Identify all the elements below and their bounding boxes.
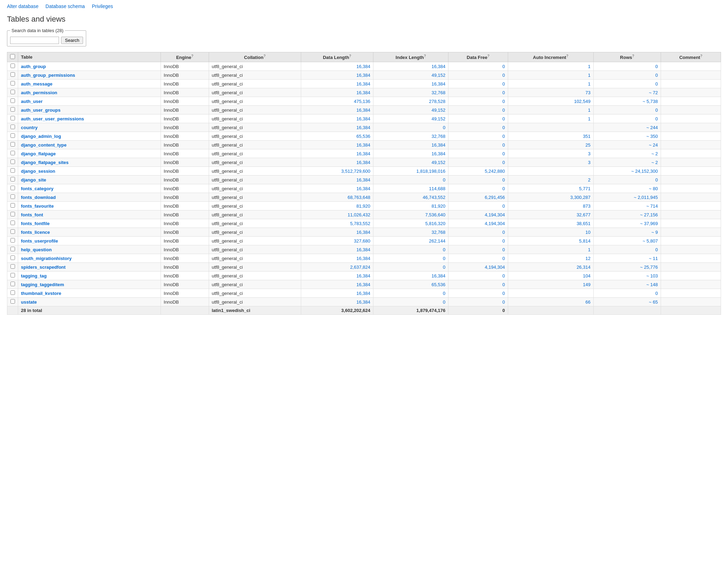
row-checkbox[interactable] [10, 64, 15, 68]
table-name-link[interactable]: spiders_scrapedfont [21, 265, 66, 270]
row-checkbox[interactable] [10, 186, 15, 190]
row-data-length: 2,637,824 [301, 263, 373, 272]
database-schema-link[interactable]: Database schema [45, 3, 85, 9]
row-data-free: 0 [448, 184, 508, 193]
table-name-link[interactable]: django_content_type [21, 142, 67, 148]
row-rows: ~ 27,156 [593, 210, 661, 219]
row-checkbox[interactable] [10, 203, 15, 208]
row-checkbox-cell [7, 298, 18, 306]
footer-auto-increment [508, 306, 593, 315]
table-name-link[interactable]: auth_user_groups [21, 107, 60, 113]
table-name-link[interactable]: country [21, 125, 38, 130]
row-checkbox[interactable] [10, 255, 15, 260]
row-comment [661, 88, 721, 97]
row-checkbox[interactable] [10, 81, 15, 86]
row-data-free: 0 [448, 202, 508, 210]
table-name-link[interactable]: auth_group_permissions [21, 73, 75, 78]
row-index-length: 0 [373, 298, 448, 306]
row-index-length: 5,816,320 [373, 219, 448, 228]
row-rows: ~ 65 [593, 298, 661, 306]
table-name-link[interactable]: thumbnail_kvstore [21, 291, 61, 296]
row-table-name: django_content_type [18, 141, 161, 149]
table-name-link[interactable]: django_admin_log [21, 134, 61, 139]
row-comment [661, 202, 721, 210]
table-name-link[interactable]: auth_user [21, 99, 43, 104]
row-index-length: 49,152 [373, 106, 448, 114]
table-name-link[interactable]: fonts_licence [21, 230, 50, 235]
table-name-link[interactable]: auth_permission [21, 90, 57, 95]
row-checkbox[interactable] [10, 194, 15, 199]
table-name-link[interactable]: fonts_fontfile [21, 221, 50, 226]
table-name-link[interactable]: usstate [21, 299, 37, 305]
row-checkbox[interactable] [10, 238, 15, 243]
table-name-link[interactable]: django_flatpage [21, 151, 56, 156]
row-checkbox[interactable] [10, 247, 15, 251]
row-checkbox[interactable] [10, 168, 15, 173]
row-auto-increment: 104 [508, 272, 593, 280]
row-data-free: 0 [448, 106, 508, 114]
select-all-checkbox[interactable] [10, 54, 15, 59]
row-checkbox[interactable] [10, 177, 15, 181]
table-name-link[interactable]: fonts_favourite [21, 203, 54, 209]
row-data-free: 0 [448, 237, 508, 245]
row-checkbox-cell [7, 202, 18, 210]
table-name-link[interactable]: fonts_userprofile [21, 238, 58, 244]
table-name-link[interactable]: fonts_category [21, 186, 53, 191]
table-name-link[interactable]: fonts_font [21, 212, 43, 217]
row-auto-increment: 3 [508, 149, 593, 158]
row-checkbox[interactable] [10, 273, 15, 277]
table-name-link[interactable]: tagging_tag [21, 273, 47, 278]
table-name-link[interactable]: help_question [21, 247, 52, 252]
row-collation: utf8_general_ci [209, 176, 301, 184]
row-table-name: help_question [18, 245, 161, 254]
row-comment [661, 158, 721, 167]
table-name-link[interactable]: fonts_download [21, 195, 56, 200]
row-checkbox[interactable] [10, 221, 15, 225]
row-checkbox[interactable] [10, 98, 15, 103]
row-rows: ~ 80 [593, 184, 661, 193]
row-index-length: 0 [373, 263, 448, 272]
row-checkbox[interactable] [10, 151, 15, 155]
row-engine: InnoDB [161, 210, 209, 219]
row-checkbox-cell [7, 106, 18, 114]
row-checkbox[interactable] [10, 142, 15, 147]
row-checkbox[interactable] [10, 90, 15, 94]
row-table-name: auth_user_groups [18, 106, 161, 114]
row-checkbox[interactable] [10, 282, 15, 286]
table-name-link[interactable]: auth_user_user_permissions [21, 116, 84, 121]
row-rows: ~ 244 [593, 123, 661, 132]
row-auto-increment: 1 [508, 71, 593, 80]
table-row: auth_userInnoDButf8_general_ci475,136278… [7, 97, 721, 106]
row-checkbox[interactable] [10, 125, 15, 129]
row-data-free: 0 [448, 254, 508, 263]
search-input[interactable] [10, 37, 59, 44]
row-checkbox[interactable] [10, 107, 15, 112]
row-checkbox[interactable] [10, 116, 15, 120]
row-auto-increment: 10 [508, 228, 593, 237]
row-engine: InnoDB [161, 254, 209, 263]
row-checkbox[interactable] [10, 72, 15, 77]
row-checkbox[interactable] [10, 264, 15, 269]
table-name-link[interactable]: auth_message [21, 81, 52, 87]
row-checkbox[interactable] [10, 133, 15, 138]
table-name-link[interactable]: django_site [21, 177, 46, 183]
row-table-name: usstate [18, 298, 161, 306]
row-checkbox[interactable] [10, 290, 15, 295]
table-name-link[interactable]: south_migrationhistory [21, 256, 72, 261]
table-name-link[interactable]: tagging_taggeditem [21, 282, 64, 287]
table-row: django_flatpage_sitesInnoDButf8_general_… [7, 158, 721, 167]
row-auto-increment: 1 [508, 114, 593, 123]
table-name-link[interactable]: django_flatpage_sites [21, 160, 69, 165]
row-checkbox[interactable] [10, 299, 15, 304]
row-data-free: 0 [448, 149, 508, 158]
row-checkbox[interactable] [10, 212, 15, 216]
row-checkbox[interactable] [10, 229, 15, 234]
row-rows: ~ 37,969 [593, 219, 661, 228]
privileges-link[interactable]: Privileges [92, 3, 113, 9]
table-name-link[interactable]: auth_group [21, 64, 46, 69]
row-index-length: 16,384 [373, 149, 448, 158]
alter-database-link[interactable]: Alter database [7, 3, 38, 9]
search-button[interactable]: Search [61, 37, 83, 44]
table-name-link[interactable]: django_session [21, 169, 55, 174]
row-checkbox[interactable] [10, 159, 15, 164]
